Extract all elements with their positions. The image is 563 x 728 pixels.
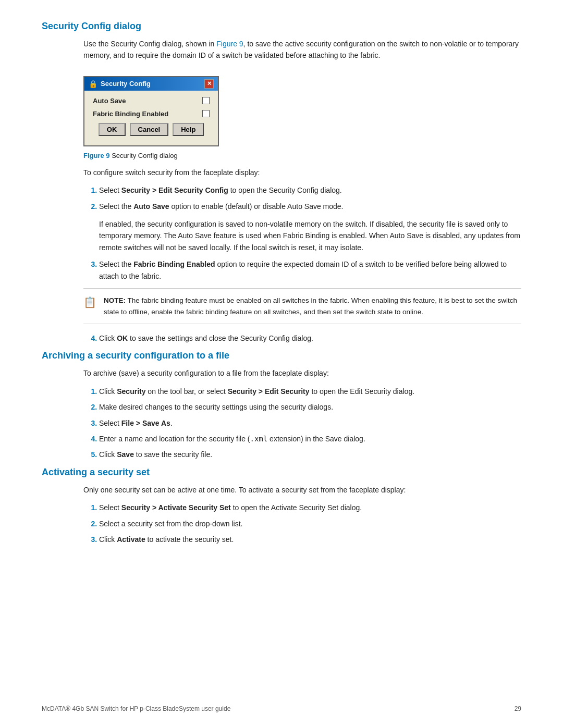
- autosave-checkbox[interactable]: [202, 97, 210, 104]
- dialog-close-button[interactable]: ✕: [204, 79, 214, 89]
- security-config-dialog: 🔒 Security Config ✕ Auto Save Fabric Bin…: [83, 76, 219, 146]
- archiving-steps: Click Security on the tool bar, or selec…: [99, 386, 521, 461]
- auto-save-sub-para: If enabled, the security configuration i…: [99, 218, 521, 253]
- figure9-label: Figure 9: [83, 152, 110, 159]
- security-config-intro: Use the Security Config dialog, shown in…: [83, 38, 521, 61]
- footer-product: McDATA® 4Gb SAN Switch for HP p-Class Bl…: [42, 705, 230, 712]
- figure9-caption: Figure 9 Security Config dialog: [83, 152, 521, 159]
- step-4: Click OK to save the settings and close …: [99, 332, 521, 344]
- section-heading-archiving: Archiving a security configuration to a …: [42, 350, 521, 361]
- dialog-titlebar: 🔒 Security Config ✕: [84, 77, 218, 91]
- arch-step-1: Click Security on the tool bar, or selec…: [99, 386, 521, 397]
- fabric-binding-checkbox[interactable]: [202, 110, 210, 117]
- archiving-intro: To archive (save) a security configurati…: [83, 367, 521, 379]
- step-2: Select the Auto Save option to enable (d…: [99, 201, 521, 212]
- autosave-label: Auto Save: [93, 97, 126, 105]
- security-config-steps: Select Security > Edit Security Config t…: [99, 184, 521, 212]
- autosave-row: Auto Save: [93, 97, 210, 105]
- dialog-buttons: OK Cancel Help: [93, 123, 210, 139]
- note-content: NOTE: The fabric binding feature must be…: [104, 295, 521, 317]
- fabric-binding-row: Fabric Binding Enabled: [93, 110, 210, 118]
- dialog-help-button[interactable]: Help: [173, 123, 204, 136]
- act-step-2: Select a security set from the drop-down…: [99, 518, 521, 529]
- note-icon: 📋: [83, 296, 96, 309]
- arch-step-4: Enter a name and location for the securi…: [99, 433, 521, 445]
- configure-intro: To configure switch security from the fa…: [83, 167, 521, 178]
- act-step-1: Select Security > Activate Security Set …: [99, 502, 521, 513]
- figure9-caption-text: Security Config dialog: [110, 152, 178, 159]
- arch-step-5: Click Save to save the security file.: [99, 449, 521, 460]
- footer-page-number: 29: [515, 705, 521, 712]
- fabric-binding-label: Fabric Binding Enabled: [93, 110, 168, 118]
- security-config-steps-final: Click OK to save the settings and close …: [99, 332, 521, 344]
- note-box: 📋 NOTE: The fabric binding feature must …: [83, 288, 521, 324]
- note-label: NOTE:: [104, 297, 126, 304]
- act-step-3: Click Activate to activate the security …: [99, 534, 521, 545]
- step-1: Select Security > Edit Security Config t…: [99, 184, 521, 196]
- arch-step-3: Select File > Save As.: [99, 417, 521, 429]
- dialog-cancel-button[interactable]: Cancel: [130, 123, 169, 136]
- dialog-title-icon: 🔒: [89, 80, 97, 88]
- page-footer: McDATA® 4Gb SAN Switch for HP p-Class Bl…: [0, 705, 563, 712]
- security-config-steps-cont: Select the Fabric Binding Enabled option…: [99, 258, 521, 282]
- section-heading-security-config: Security Config dialog: [42, 21, 521, 32]
- dialog-ok-button[interactable]: OK: [99, 123, 126, 136]
- step-3: Select the Fabric Binding Enabled option…: [99, 258, 521, 282]
- activating-steps: Select Security > Activate Security Set …: [99, 502, 521, 545]
- dialog-title-text: Security Config: [101, 80, 151, 88]
- figure9-link[interactable]: Figure 9: [216, 40, 243, 48]
- note-text: The fabric binding feature must be enabl…: [104, 297, 517, 316]
- activating-intro: Only one security set can be active at o…: [83, 484, 521, 496]
- section-heading-activating: Activating a security set: [42, 467, 521, 478]
- arch-step-2: Make desired changes to the security set…: [99, 401, 521, 413]
